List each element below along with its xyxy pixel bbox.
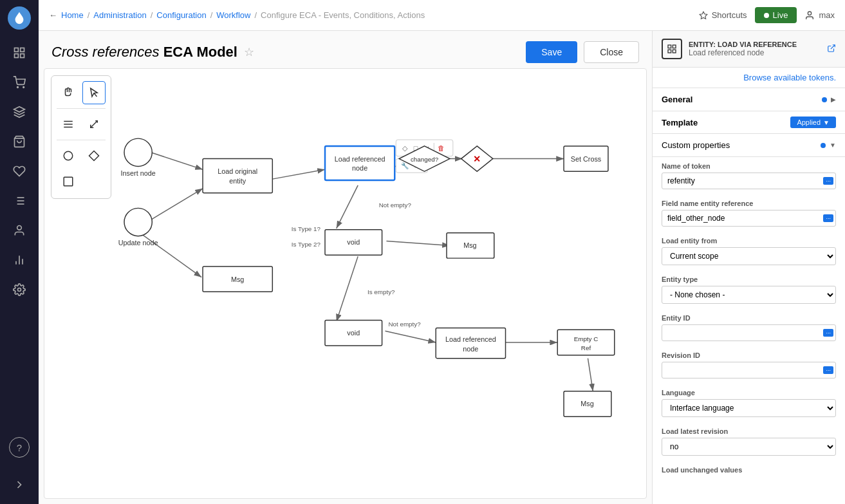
x-mark: ✕ <box>473 154 481 164</box>
name-of-token-field: Name of token ··· <box>653 157 845 194</box>
svg-point-18 <box>18 288 21 292</box>
sidebar-item-plugins[interactable] <box>6 158 32 184</box>
svg-marker-19 <box>700 12 707 19</box>
insert-node-label: Insert node <box>121 169 156 177</box>
empty-cross-label: Empty C <box>574 335 599 342</box>
live-button[interactable]: Live <box>755 7 797 23</box>
sidebar-item-dashboard[interactable] <box>6 40 32 66</box>
svg-rect-3 <box>15 54 19 58</box>
breadcrumb-administration[interactable]: Administration <box>93 10 146 20</box>
name-of-token-input[interactable] <box>662 173 836 189</box>
general-section-title: General <box>662 95 692 104</box>
template-applied-button[interactable]: Applied ▼ <box>790 117 836 128</box>
breadcrumb-sep-1: / <box>88 10 90 20</box>
insert-node[interactable] <box>124 138 152 166</box>
back-icon[interactable]: ← <box>49 10 57 20</box>
field-name-input[interactable] <box>662 210 836 227</box>
entity-id-field: Entity ID ··· <box>653 309 845 346</box>
panel-header: ENTITY: LOAD VIA REFERENCE Load referenc… <box>653 31 845 68</box>
language-field: Language Interface language Current lang… <box>653 384 845 422</box>
svg-line-31 <box>147 189 203 222</box>
breadcrumb-configuration[interactable]: Configuration <box>156 10 206 20</box>
sidebar-collapse-btn[interactable] <box>6 472 32 498</box>
void-2-label: void <box>347 329 360 337</box>
entity-type-select[interactable]: - None chosen - <box>662 286 836 304</box>
topbar-actions: Shortcuts Live max <box>699 7 835 23</box>
save-button[interactable]: Save <box>526 41 577 63</box>
language-label: Language <box>662 389 836 397</box>
svg-point-20 <box>808 12 812 15</box>
sidebar-item-cart[interactable] <box>6 70 32 95</box>
custom-props-dot <box>821 143 826 148</box>
close-button[interactable]: Close <box>584 41 639 63</box>
panel-body: General ▶ Template Applied ▼ <box>653 88 845 504</box>
canvas-wrapper: Cross references ECA Model ☆ Save Close <box>39 31 652 504</box>
custom-props-header[interactable]: Custom properties ▼ <box>653 134 845 157</box>
field-name-label: Field name entity reference <box>662 200 836 207</box>
browse-tokens-link[interactable]: Browse available tokens. <box>653 68 845 88</box>
is-type-1-label: Is Type 1? <box>292 225 321 232</box>
breadcrumb-home[interactable]: Home <box>61 10 84 20</box>
load-latest-label: Load latest revision <box>662 427 836 435</box>
language-select[interactable]: Interface language Current language Defa… <box>662 399 836 417</box>
revision-id-field: Revision ID ··· <box>653 346 845 384</box>
svg-line-33 <box>272 169 325 179</box>
user-menu[interactable]: max <box>804 10 835 21</box>
main-content: ← Home / Administration / Configuration … <box>39 0 845 504</box>
entity-id-input[interactable] <box>662 324 836 341</box>
canvas-title-italic: Cross references <box>51 44 160 60</box>
load-latest-select[interactable]: no yes <box>662 438 836 456</box>
breadcrumb-sep-3: / <box>210 10 213 20</box>
sidebar-item-flag[interactable] <box>6 129 32 154</box>
svg-point-4 <box>17 87 19 88</box>
sidebar-item-analytics[interactable] <box>6 247 32 273</box>
load-entity-from-field: Load entity from Current scope Entity ID… <box>653 232 845 270</box>
sidebar-item-layers[interactable] <box>6 99 32 125</box>
general-section-header[interactable]: General ▶ <box>653 88 845 111</box>
right-panel: ENTITY: LOAD VIA REFERENCE Load referenc… <box>652 31 845 504</box>
is-type-2-label: Is Type 2? <box>292 241 321 248</box>
name-of-token-badge[interactable]: ··· <box>823 177 833 185</box>
favorite-star-icon[interactable]: ☆ <box>244 45 254 59</box>
sidebar: ? <box>0 0 39 504</box>
load-original-entity-node[interactable] <box>203 159 272 193</box>
load-latest-field: Load latest revision no yes <box>653 422 845 461</box>
app-logo[interactable] <box>8 6 31 30</box>
svg-line-42 <box>588 359 593 391</box>
sidebar-item-help[interactable]: ? <box>9 437 30 458</box>
load-unchanged-field: Load unchanged values <box>653 461 845 481</box>
field-name-badge[interactable]: ··· <box>823 214 833 222</box>
update-node[interactable] <box>124 208 152 236</box>
svg-rect-53 <box>673 45 676 48</box>
breadcrumb-sep-2: / <box>151 10 153 20</box>
canvas-header: Cross references ECA Model ☆ Save Close <box>39 31 652 68</box>
revision-id-badge[interactable]: ··· <box>823 366 833 374</box>
entity-id-badge[interactable]: ··· <box>823 329 833 337</box>
sidebar-item-list[interactable] <box>6 188 32 214</box>
load-ref-2-label: Load referenced <box>445 335 496 343</box>
svg-rect-52 <box>668 45 671 48</box>
sidebar-item-settings[interactable] <box>6 277 32 303</box>
flow-diagram: Insert node Update node Load original en… <box>44 69 646 498</box>
canvas-title: Cross references ECA Model ☆ <box>51 44 254 61</box>
load-entity-from-select[interactable]: Current scope Entity ID Token <box>662 247 836 265</box>
not-empty-2-label: Not empty? <box>388 321 421 328</box>
svg-point-14 <box>17 226 22 230</box>
field-name-field: Field name entity reference ··· <box>653 194 845 232</box>
msg-2-label: Msg <box>231 275 244 283</box>
svg-line-30 <box>151 153 203 170</box>
template-row: Template Applied ▼ <box>653 111 845 133</box>
load-referenced-node-1[interactable] <box>325 146 395 180</box>
load-ref-2-label2: node <box>463 345 478 353</box>
panel-external-link-icon[interactable] <box>827 44 836 55</box>
entity-type-label: Entity type <box>662 275 836 283</box>
general-section-dot <box>822 97 827 102</box>
breadcrumb-workflow[interactable]: Workflow <box>216 10 250 20</box>
shortcuts-button[interactable]: Shortcuts <box>699 10 747 20</box>
revision-id-input[interactable] <box>662 362 836 378</box>
svg-rect-54 <box>673 50 676 53</box>
sidebar-item-user[interactable] <box>6 218 32 243</box>
svg-rect-0 <box>15 48 19 52</box>
breadcrumb-sep-4: / <box>254 10 257 20</box>
load-ref-1-label: Load referenced <box>335 155 385 163</box>
